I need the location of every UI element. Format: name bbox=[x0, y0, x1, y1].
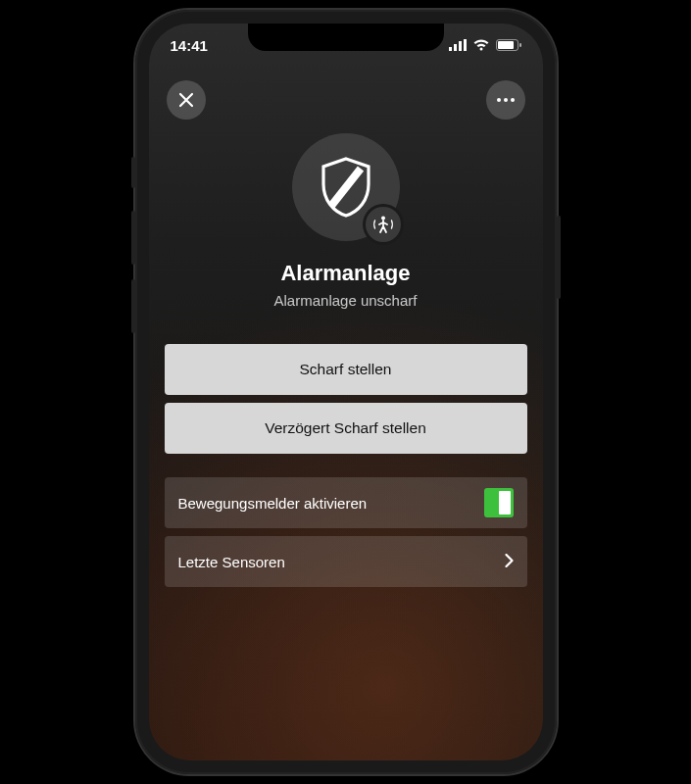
last-sensors-label: Letzte Sensoren bbox=[178, 554, 285, 570]
motion-toggle[interactable] bbox=[484, 488, 514, 517]
close-button[interactable] bbox=[167, 80, 206, 120]
top-bar bbox=[149, 67, 543, 125]
more-icon bbox=[497, 98, 515, 102]
chevron-right-icon bbox=[505, 554, 514, 570]
svg-rect-2 bbox=[459, 41, 462, 51]
motion-toggle-label: Bewegungsmelder aktivieren bbox=[178, 495, 368, 512]
svg-point-8 bbox=[504, 98, 508, 102]
more-button[interactable] bbox=[486, 80, 525, 120]
svg-rect-0 bbox=[449, 47, 452, 51]
last-sensors-row[interactable]: Letzte Sensoren bbox=[165, 536, 527, 587]
battery-icon bbox=[496, 39, 521, 51]
svg-rect-1 bbox=[454, 44, 457, 51]
svg-rect-3 bbox=[464, 39, 467, 51]
status-time: 14:41 bbox=[171, 37, 208, 54]
close-icon bbox=[178, 92, 194, 108]
motion-toggle-row[interactable]: Bewegungsmelder aktivieren bbox=[165, 477, 527, 528]
power-button bbox=[557, 216, 561, 299]
options-list: Bewegungsmelder aktivieren Letzte Sensor… bbox=[149, 454, 543, 587]
notch bbox=[248, 24, 444, 51]
status-text: Alarmanlage unscharf bbox=[274, 292, 418, 309]
hero-icon-wrap bbox=[292, 133, 400, 241]
wifi-icon bbox=[472, 39, 490, 51]
mute-switch bbox=[131, 157, 135, 188]
screen: 14:41 bbox=[149, 24, 543, 760]
phone-frame: 14:41 bbox=[135, 10, 557, 774]
arm-button[interactable]: Scharf stellen bbox=[165, 344, 527, 395]
arm-delayed-button[interactable]: Verzögert Scharf stellen bbox=[165, 403, 527, 454]
page-title: Alarmanlage bbox=[280, 261, 410, 286]
shield-icon bbox=[320, 157, 372, 218]
svg-point-9 bbox=[511, 98, 515, 102]
volume-up-button bbox=[131, 211, 135, 265]
volume-down-button bbox=[131, 279, 135, 333]
cellular-icon bbox=[449, 39, 467, 51]
svg-rect-6 bbox=[519, 43, 521, 47]
svg-point-10 bbox=[381, 217, 385, 220]
svg-rect-5 bbox=[498, 41, 514, 49]
toggle-knob bbox=[499, 491, 511, 514]
svg-point-7 bbox=[497, 98, 501, 102]
motion-badge bbox=[363, 204, 404, 245]
action-buttons: Scharf stellen Verzögert Scharf stellen bbox=[149, 309, 543, 454]
motion-sensor-icon bbox=[371, 213, 395, 236]
status-indicators bbox=[449, 39, 521, 51]
hero-section: Alarmanlage Alarmanlage unscharf bbox=[149, 125, 543, 309]
